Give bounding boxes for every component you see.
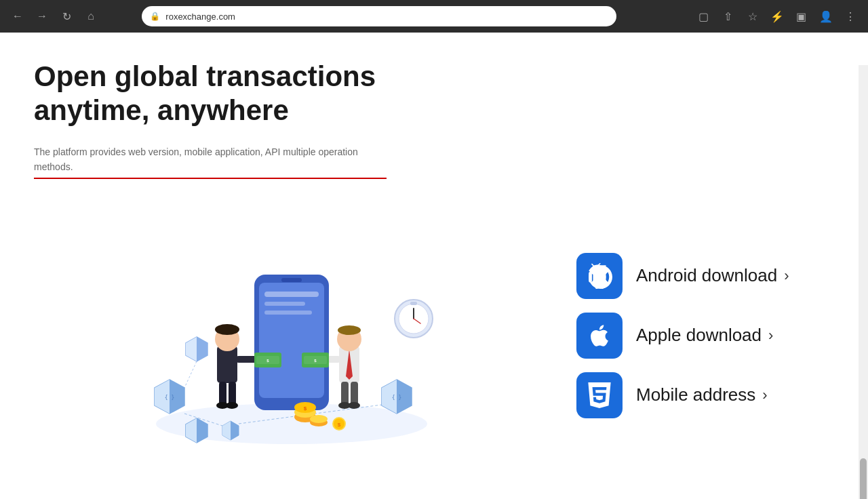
svg-text:{ }: { } [165, 395, 174, 401]
forward-button[interactable]: → [33, 7, 52, 26]
apple-download-label: Apple download › [636, 325, 773, 346]
apple-icon [576, 313, 623, 359]
main-illustration: { } { } [129, 214, 454, 458]
android-download-label: Android download › [636, 265, 789, 286]
browser-chrome: ← → ↻ ⌂ 🔒 roxexchange.com ▢ ⇧ ☆ ⚡ ▣ 👤 ⋮ [0, 0, 868, 33]
home-button[interactable]: ⌂ [81, 7, 100, 26]
svg-rect-21 [264, 311, 312, 315]
svg-rect-22 [281, 278, 302, 282]
svg-rect-19 [264, 292, 319, 297]
svg-rect-18 [259, 283, 324, 398]
svg-point-45 [348, 402, 360, 409]
mobile-address-label: Mobile address › [636, 384, 768, 405]
page-content: Open global transactions anytime, anywhe… [0, 33, 868, 499]
bookmark-button[interactable]: ☆ [743, 7, 762, 26]
svg-text:$: $ [338, 422, 341, 428]
apple-chevron: › [768, 327, 773, 344]
profile-button[interactable]: 👤 [816, 7, 835, 26]
back-button[interactable]: ← [8, 7, 27, 26]
svg-rect-23 [217, 346, 237, 383]
svg-text:{ }: { } [392, 395, 401, 401]
html5-icon [576, 372, 623, 418]
browser-actions: ▢ ⇧ ☆ ⚡ ▣ 👤 ⋮ [694, 7, 860, 26]
android-chevron: › [784, 267, 789, 285]
mobile-address-item[interactable]: Mobile address › [576, 372, 834, 418]
extensions-button[interactable]: ⚡ [768, 7, 787, 26]
mobile-chevron: › [762, 386, 767, 404]
url-text: roxexchange.com [165, 12, 235, 22]
svg-rect-50 [410, 302, 417, 305]
page-title: Open global transactions anytime, anywhe… [34, 60, 834, 128]
svg-rect-31 [229, 382, 236, 405]
svg-point-37 [338, 325, 361, 335]
reload-button[interactable]: ↻ [57, 7, 76, 26]
svg-marker-62 [186, 337, 197, 361]
svg-point-25 [215, 324, 239, 335]
svg-rect-42 [341, 382, 349, 405]
svg-text:$: $ [304, 405, 307, 412]
android-icon [576, 253, 623, 299]
svg-rect-30 [219, 382, 226, 405]
page-subtitle: The platform provides web version, mobil… [34, 144, 387, 179]
scrollbar-thumb[interactable] [860, 458, 867, 499]
lock-icon: 🔒 [150, 12, 160, 21]
screenshot-button[interactable]: ▢ [694, 7, 713, 26]
svg-line-63 [184, 361, 197, 388]
address-bar[interactable]: 🔒 roxexchange.com [142, 6, 616, 26]
svg-point-33 [226, 402, 238, 409]
layout-button[interactable]: ▣ [792, 7, 811, 26]
illustration-area: { } { } [34, 193, 549, 479]
apple-download-item[interactable]: Apple download › [576, 313, 834, 359]
download-area: Android download › Apple download › [549, 193, 834, 479]
svg-marker-61 [197, 337, 208, 361]
scrollbar[interactable] [859, 65, 868, 499]
menu-button[interactable]: ⋮ [841, 7, 860, 26]
svg-point-56 [310, 415, 328, 423]
svg-rect-20 [264, 302, 305, 306]
android-download-item[interactable]: Android download › [576, 253, 834, 299]
share-button[interactable]: ⇧ [719, 7, 738, 26]
svg-rect-43 [351, 382, 358, 405]
content-area: { } { } [34, 193, 834, 479]
